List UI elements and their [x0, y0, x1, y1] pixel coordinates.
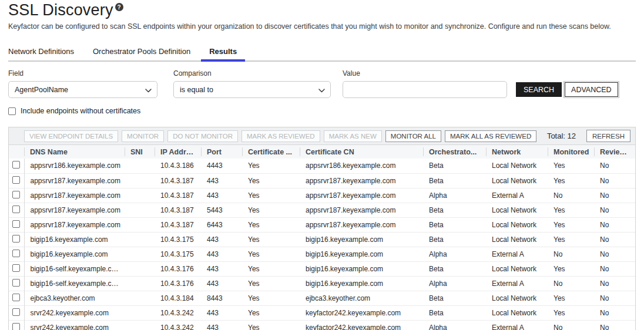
field-select[interactable]: AgentPoolName [8, 81, 157, 98]
table-row[interactable]: appsrvr187.keyexample.com10.4.3.1875443Y… [9, 203, 635, 217]
cell-monitored: Yes [548, 291, 594, 305]
cell-orchestrato: Alpha [423, 276, 486, 291]
cell-reviewed: No [594, 261, 635, 276]
table-row[interactable]: srvr242.keyexample.com10.4.3.242443Yeske… [9, 320, 635, 330]
cell-orchestrato: Beta [423, 203, 486, 217]
cell-monitored: Yes [548, 203, 594, 217]
cell-port: 443 [201, 320, 242, 330]
cell-network: External A [486, 320, 548, 330]
cell-network: Local Network [486, 203, 548, 217]
table-row[interactable]: bigip16-self.keyexample.com10.4.3.176443… [9, 276, 635, 291]
tab-network-definitions[interactable]: Network Definitions [8, 43, 79, 60]
cell-orchestrato: Beta [423, 173, 486, 188]
help-icon[interactable]: ? [115, 3, 123, 11]
cell-port: 443 [201, 173, 242, 188]
include-endpoints-label: Include endpoints without certificates [21, 107, 140, 115]
cell-certificate-cn: ejbca3.keyother.com [300, 291, 423, 305]
cell-reviewed: No [594, 291, 635, 305]
row-checkbox[interactable] [12, 235, 20, 243]
cell-monitored: Yes [548, 159, 594, 173]
cell-ip-address: 10.4.3.242 [155, 305, 201, 320]
toolbar-buttons: VIEW ENDPOINT DETAILSMONITORDO NOT MONIT… [24, 130, 540, 142]
cell-port: 8443 [201, 291, 242, 305]
cell-ip-address: 10.4.3.187 [155, 173, 201, 188]
cell-port: 5443 [201, 203, 242, 217]
column-header-certificate[interactable]: Certificate ... [242, 145, 300, 159]
cell-monitored: Yes [548, 217, 594, 232]
cell-sni [125, 173, 155, 188]
value-input[interactable] [343, 81, 507, 98]
table-row[interactable]: ejbca3.keyother.com10.4.3.1848443Yesejbc… [9, 291, 635, 305]
column-header-orchestrato[interactable]: Orchestrato... [423, 145, 486, 159]
table-row[interactable]: appsrvr187.keyexample.com10.4.3.187443Ye… [9, 188, 635, 203]
table-row[interactable]: bigip16.keyexample.com10.4.3.175443Yesbi… [9, 232, 635, 247]
cell-certificate: Yes [242, 203, 300, 217]
results-table: DNS NameSNIIP AddressPortCertificate ...… [9, 145, 635, 330]
comparison-label: Comparison [173, 69, 331, 78]
advanced-button[interactable]: ADVANCED [565, 82, 618, 97]
cell-dns-name: ejbca3.keyother.com [24, 291, 125, 305]
column-header-network[interactable]: Network [486, 145, 548, 159]
results-panel: VIEW ENDPOINT DETAILSMONITORDO NOT MONIT… [8, 127, 636, 330]
cell-reviewed: No [594, 320, 635, 330]
column-header-port[interactable]: Port [201, 145, 242, 159]
column-header-dns-name[interactable]: DNS Name [24, 145, 125, 159]
tab-results[interactable]: Results [204, 43, 242, 60]
include-endpoints-checkbox[interactable] [8, 107, 16, 115]
column-header-ip-address[interactable]: IP Address [155, 145, 201, 159]
column-header-sni[interactable]: SNI [125, 145, 155, 159]
cell-ip-address: 10.4.3.175 [155, 232, 201, 247]
row-checkbox[interactable] [12, 220, 20, 228]
cell-ip-address: 10.4.3.242 [155, 320, 201, 330]
row-checkbox[interactable] [12, 264, 20, 272]
cell-monitored: No [548, 320, 594, 330]
row-checkbox[interactable] [12, 176, 20, 184]
tab-orchestrator-pools-definition[interactable]: Orchestrator Pools Definition [88, 43, 195, 60]
filter-bar: Field AgentPoolName Comparison is equal … [8, 69, 636, 98]
toolbar-button-mark-all-as-reviewed[interactable]: MARK ALL AS REVIEWED [445, 130, 536, 142]
cell-certificate-cn: appsrvr187.keyexample.com [300, 188, 423, 203]
cell-network: Local Network [486, 305, 548, 320]
search-button[interactable]: SEARCH [516, 82, 562, 97]
toolbar-button-monitor-all[interactable]: MONITOR ALL [385, 130, 441, 142]
cell-sni [125, 159, 155, 173]
chevron-down-icon [318, 85, 325, 95]
cell-certificate-cn: appsrvr187.keyexample.com [300, 173, 423, 188]
table-row[interactable]: bigip16-self.keyexample.com10.4.3.176443… [9, 261, 635, 276]
cell-certificate: Yes [242, 291, 300, 305]
table-row[interactable]: appsrvr187.keyexample.com10.4.3.187443Ye… [9, 173, 635, 188]
cell-monitored: No [548, 247, 594, 261]
row-checkbox[interactable] [12, 323, 20, 330]
column-header-reviewed[interactable]: Reviewed [594, 145, 635, 159]
cell-dns-name: bigip16-self.keyexample.com [24, 276, 125, 291]
table-row[interactable]: bigip16.keyexample.com10.4.3.175443Yesbi… [9, 247, 635, 261]
row-checkbox[interactable] [12, 250, 20, 257]
comparison-select[interactable]: is equal to [173, 81, 331, 98]
table-body: appsrvr186.keyexample.com10.4.3.1864443Y… [9, 159, 635, 330]
tab-bar: Network DefinitionsOrchestrator Pools De… [8, 43, 636, 62]
results-toolbar: VIEW ENDPOINT DETAILSMONITORDO NOT MONIT… [9, 127, 635, 145]
cell-sni [125, 320, 155, 330]
table-row[interactable]: appsrvr187.keyexample.com10.4.3.1876443Y… [9, 217, 635, 232]
table-row[interactable]: srvr242.keyexample.com10.4.3.242443Yeske… [9, 305, 635, 320]
toolbar-button-view-endpoint-details: VIEW ENDPOINT DETAILS [24, 130, 118, 142]
row-checkbox[interactable] [12, 279, 20, 287]
cell-sni [125, 291, 155, 305]
refresh-button[interactable]: REFRESH [586, 130, 630, 142]
column-header-monitored[interactable]: Monitored [548, 145, 594, 159]
table-row[interactable]: appsrvr186.keyexample.com10.4.3.1864443Y… [9, 159, 635, 173]
row-checkbox[interactable] [12, 161, 20, 169]
table-header-row: DNS NameSNIIP AddressPortCertificate ...… [9, 145, 635, 159]
row-checkbox[interactable] [12, 308, 20, 316]
row-checkbox[interactable] [12, 206, 20, 213]
cell-orchestrato: Alpha [423, 188, 486, 203]
toolbar-button-monitor: MONITOR [122, 130, 164, 142]
row-checkbox[interactable] [12, 191, 20, 198]
cell-dns-name: appsrvr187.keyexample.com [24, 188, 125, 203]
column-header-certificate-cn[interactable]: Certificate CN [300, 145, 423, 159]
ssl-discovery-page: SSL Discovery ? Keyfactor can be configu… [0, 0, 644, 330]
row-checkbox[interactable] [12, 294, 20, 301]
cell-certificate: Yes [242, 232, 300, 247]
cell-port: 4443 [201, 159, 242, 173]
cell-certificate-cn: bigip16.keyexample.com [300, 276, 423, 291]
